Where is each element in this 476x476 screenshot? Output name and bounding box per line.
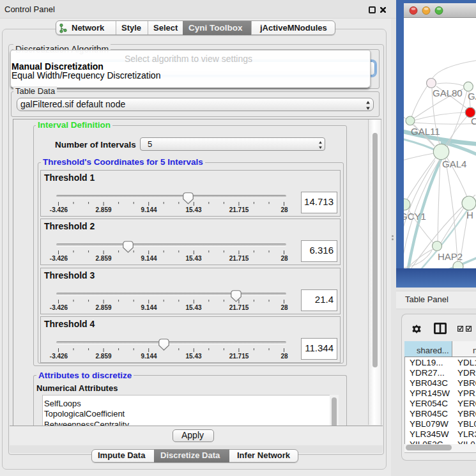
svg-text:GA: GA (468, 91, 476, 102)
svg-text:GAL4: GAL4 (442, 158, 466, 169)
svg-text:GCY1: GCY1 (400, 211, 426, 222)
svg-text:GAL11: GAL11 (411, 126, 440, 137)
svg-text:GAL80: GAL80 (433, 88, 463, 98)
svg-text:C: C (471, 116, 476, 127)
svg-text:HAP2: HAP2 (438, 251, 463, 262)
svg-text:H: H (466, 210, 473, 220)
